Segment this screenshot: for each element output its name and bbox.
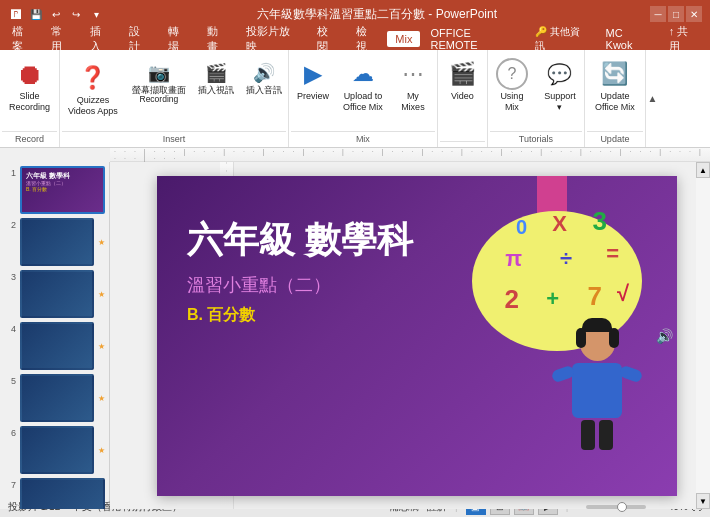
slide-number: 2 bbox=[4, 218, 16, 230]
slide-panel: 1 六年級 數學科 溫習小重點（二） B. 百分數 2 ★ bbox=[0, 162, 110, 509]
slide-recording-label: SlideRecording bbox=[9, 91, 50, 113]
slide-thumbnail[interactable] bbox=[20, 426, 94, 474]
insert-video-button[interactable]: 🎬 插入視訊 bbox=[194, 58, 238, 97]
customize-icon[interactable]: ▾ bbox=[88, 6, 104, 22]
slide-thumbnail[interactable]: 六年級 數學科 溫習小重點（二） B. 百分數 bbox=[20, 166, 105, 214]
ribbon-group-insert: ❓ QuizzesVideos Apps 📷 螢幕擷取畫面Recording 🎬… bbox=[60, 50, 289, 147]
insert-group-label: Insert bbox=[62, 131, 286, 147]
list-item[interactable]: 1 六年級 數學科 溫習小重點（二） B. 百分數 bbox=[4, 166, 105, 214]
record-group-label: Record bbox=[2, 131, 57, 147]
math-symbol-plus: + bbox=[546, 286, 559, 312]
math-symbol-0: 0 bbox=[516, 216, 527, 239]
using-mix-icon: ? bbox=[496, 58, 528, 90]
insert-video-icon: 🎬 bbox=[202, 60, 230, 86]
canvas-area: ···|···|···|···|···|··· 六年級 數學科 溫習小重點（二）… bbox=[110, 162, 710, 509]
animation-star-icon: ★ bbox=[98, 342, 105, 351]
zoom-thumb bbox=[617, 502, 627, 512]
support-icon: 💬 bbox=[544, 58, 576, 90]
preview-label: Preview bbox=[297, 91, 329, 102]
animation-star-icon: ★ bbox=[98, 394, 105, 403]
title-bar-left: 🅿 💾 ↩ ↪ ▾ bbox=[8, 6, 104, 22]
menu-office-remote[interactable]: OFFICE REMOTE bbox=[422, 25, 525, 53]
math-cloud-decoration: 0 X 3 π ÷ = 2 + 7 √ bbox=[467, 196, 647, 356]
upload-icon: ☁ bbox=[347, 58, 379, 90]
support-button[interactable]: 💬 Support▾ bbox=[538, 54, 582, 117]
list-item[interactable]: 3 ★ bbox=[4, 270, 105, 318]
slide-thumbnail[interactable] bbox=[20, 374, 94, 422]
speaker-button[interactable]: 🔊 bbox=[656, 328, 673, 344]
quizzes-button[interactable]: ❓ QuizzesVideos Apps bbox=[62, 58, 124, 121]
list-item[interactable]: 6 ★ bbox=[4, 426, 105, 474]
update-office-mix-button[interactable]: 🔄 UpdateOffice Mix bbox=[589, 54, 641, 117]
insert-audio-label: 插入音訊 bbox=[246, 86, 282, 95]
using-mix-label: UsingMix bbox=[500, 91, 523, 113]
window-title: 六年級數學科溫習重點二百分數 - PowerPoint bbox=[104, 6, 650, 23]
window-controls: ─ □ ✕ bbox=[650, 6, 702, 22]
video-label: Video bbox=[451, 91, 474, 102]
my-mixes-button[interactable]: ⋯ MyMixes bbox=[391, 54, 435, 117]
scroll-down-button[interactable]: ▼ bbox=[696, 493, 710, 509]
slide-canvas[interactable]: 六年級 數學科 溫習小重點（二） B. 百分數 0 X 3 π ÷ = 2 + bbox=[157, 176, 677, 496]
menu-bar: 檔案 常用 插入 設計 轉場 動畫 投影片放映 校閱 檢視 Mix OFFICE… bbox=[0, 28, 710, 50]
slide-number: 4 bbox=[4, 322, 16, 334]
animation-star-icon: ★ bbox=[98, 290, 105, 299]
math-symbol-x: X bbox=[552, 211, 567, 237]
ribbon-group-record1: ⏺ SlideRecording Record bbox=[0, 50, 60, 147]
character-figure bbox=[552, 326, 642, 456]
video-icon: 🎬 bbox=[446, 58, 478, 90]
screen-recording-label: 螢幕擷取畫面Recording bbox=[132, 86, 186, 105]
menu-mix[interactable]: Mix bbox=[387, 31, 420, 47]
math-symbol-sqrt: √ bbox=[617, 281, 629, 307]
animation-star-icon: ★ bbox=[98, 238, 105, 247]
my-mixes-icon: ⋯ bbox=[397, 58, 429, 90]
slide-thumbnail[interactable] bbox=[20, 478, 105, 509]
minimize-button[interactable]: ─ bbox=[650, 6, 666, 22]
ribbon: ⏺ SlideRecording Record ❓ QuizzesVideos … bbox=[0, 50, 710, 148]
my-mixes-label: MyMixes bbox=[401, 91, 425, 113]
upload-label: Upload toOffice Mix bbox=[343, 91, 383, 113]
canvas-scrollbar: ▲ ▼ bbox=[696, 162, 710, 509]
slide-number: 6 bbox=[4, 426, 16, 438]
menu-share[interactable]: ↑ 共用 bbox=[661, 22, 706, 56]
list-item[interactable]: 2 ★ bbox=[4, 218, 105, 266]
update-icon: 🔄 bbox=[599, 58, 631, 90]
scroll-up-button[interactable]: ▲ bbox=[696, 162, 710, 178]
redo-icon[interactable]: ↪ bbox=[68, 6, 84, 22]
preview-icon: ▶ bbox=[297, 58, 329, 90]
close-button[interactable]: ✕ bbox=[686, 6, 702, 22]
math-symbol-div: ÷ bbox=[560, 246, 572, 272]
list-item[interactable]: 7 bbox=[4, 478, 105, 509]
update-group-label: Update bbox=[587, 131, 643, 147]
slide-thumbnail[interactable] bbox=[20, 322, 94, 370]
list-item[interactable]: 4 ★ bbox=[4, 322, 105, 370]
undo-icon[interactable]: ↩ bbox=[48, 6, 64, 22]
quizzes-label: QuizzesVideos Apps bbox=[68, 95, 118, 117]
menu-user[interactable]: MC Kwok bbox=[598, 25, 659, 53]
horizontal-ruler: ···|···|···|···|···|···|···|···|···|···|… bbox=[110, 148, 710, 162]
quizzes-icon: ❓ bbox=[77, 62, 109, 94]
preview-button[interactable]: ▶ Preview bbox=[291, 54, 335, 106]
screen-recording-icon: 📷 bbox=[145, 60, 173, 86]
math-symbol-pi: π bbox=[505, 246, 522, 272]
slide-recording-button[interactable]: ⏺ SlideRecording bbox=[3, 54, 56, 117]
upload-office-mix-button[interactable]: ☁ Upload toOffice Mix bbox=[337, 54, 389, 117]
maximize-button[interactable]: □ bbox=[668, 6, 684, 22]
slide-number: 3 bbox=[4, 270, 16, 282]
insert-audio-button[interactable]: 🔊 插入音訊 bbox=[242, 58, 286, 97]
ribbon-scroll-button[interactable]: ▲ bbox=[645, 50, 659, 147]
animation-star-icon: ★ bbox=[98, 446, 105, 455]
ribbon-group-tutorials: ? UsingMix 💬 Support▾ Tutorials bbox=[488, 50, 585, 147]
zoom-slider[interactable] bbox=[586, 505, 646, 509]
list-item[interactable]: 5 ★ bbox=[4, 374, 105, 422]
save-icon[interactable]: 💾 bbox=[28, 6, 44, 22]
slide-thumbnail[interactable] bbox=[20, 218, 94, 266]
math-symbol-eq: = bbox=[606, 241, 619, 267]
slide-thumbnail[interactable] bbox=[20, 270, 94, 318]
insert-video-label: 插入視訊 bbox=[198, 86, 234, 95]
support-label: Support▾ bbox=[544, 91, 576, 113]
update-label: UpdateOffice Mix bbox=[595, 91, 635, 113]
screen-recording-button[interactable]: 📷 螢幕擷取畫面Recording bbox=[128, 58, 190, 107]
video-group-label bbox=[440, 141, 485, 147]
video-button[interactable]: 🎬 Video bbox=[440, 54, 484, 106]
using-mix-button[interactable]: ? UsingMix bbox=[490, 54, 534, 117]
